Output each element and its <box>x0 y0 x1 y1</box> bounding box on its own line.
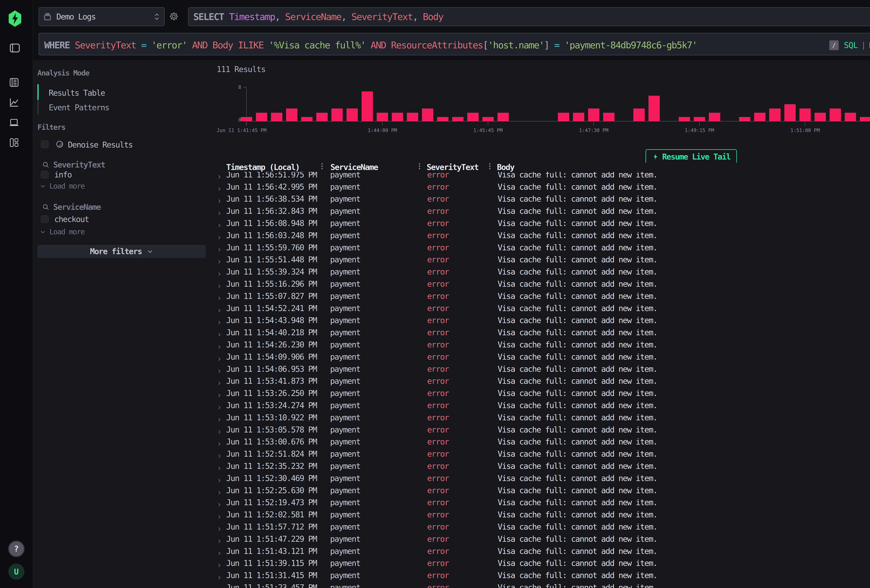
table-row[interactable]: Jun 11 1:56:38.534 PMpaymenterrorVisa ca… <box>214 193 870 205</box>
table-row[interactable]: Jun 11 1:56:08.948 PMpaymenterrorVisa ca… <box>214 217 870 229</box>
table-row[interactable]: Jun 11 1:51:47.229 PMpaymenterrorVisa ca… <box>214 533 870 545</box>
table-row[interactable]: Jun 11 1:53:26.250 PMpaymenterrorVisa ca… <box>214 387 870 399</box>
row-expand-chevron[interactable] <box>217 354 222 359</box>
row-expand-chevron[interactable] <box>217 184 222 189</box>
row-expand-chevron[interactable] <box>217 403 222 408</box>
table-row[interactable]: Jun 11 1:56:32.843 PMpaymenterrorVisa ca… <box>214 205 870 217</box>
service-load-more[interactable]: Load more <box>40 228 84 236</box>
row-expand-chevron[interactable] <box>217 342 222 347</box>
table-row[interactable]: Jun 11 1:51:23.457 PMpaymenterrorVisa ca… <box>214 581 870 588</box>
service-checkout-label[interactable]: checkout <box>54 214 89 224</box>
logs-icon[interactable] <box>10 78 18 88</box>
severity-load-more[interactable]: Load more <box>40 182 84 190</box>
table-row[interactable]: Jun 11 1:54:06.953 PMpaymenterrorVisa ca… <box>214 363 870 375</box>
col-body[interactable]: Body <box>497 163 514 172</box>
row-expand-chevron[interactable] <box>217 245 222 250</box>
hyperdx-logo[interactable] <box>9 10 21 27</box>
tab-results-table[interactable]: Results Table <box>49 88 105 98</box>
col-grip[interactable] <box>419 163 420 171</box>
row-expand-chevron[interactable] <box>217 233 222 238</box>
row-expand-chevron[interactable] <box>217 306 222 311</box>
row-expand-chevron[interactable] <box>217 561 222 566</box>
dashboard-icon[interactable] <box>10 138 18 148</box>
denoise-checkbox[interactable] <box>41 140 49 148</box>
row-expand-chevron[interactable] <box>217 500 222 505</box>
table-row[interactable]: Jun 11 1:56:03.248 PMpaymenterrorVisa ca… <box>214 229 870 241</box>
row-expand-chevron[interactable] <box>217 512 222 517</box>
row-expand-chevron[interactable] <box>217 220 222 226</box>
table-row[interactable]: Jun 11 1:51:31.415 PMpaymenterrorVisa ca… <box>214 569 870 581</box>
table-row[interactable]: Jun 11 1:55:16.296 PMpaymenterrorVisa ca… <box>214 278 870 290</box>
row-expand-chevron[interactable] <box>217 524 222 529</box>
row-expand-chevron[interactable] <box>217 427 222 432</box>
row-expand-chevron[interactable] <box>217 573 222 578</box>
col-severitytext[interactable]: SeverityText <box>427 163 478 172</box>
table-row[interactable]: Jun 11 1:52:51.824 PMpaymenterrorVisa ca… <box>214 448 870 460</box>
col-timestamp[interactable]: Timestamp (Local) <box>226 163 299 172</box>
row-expand-chevron[interactable] <box>217 172 222 177</box>
gear-icon[interactable] <box>170 12 178 20</box>
severity-info-label[interactable]: info <box>54 170 72 179</box>
denoise-label[interactable]: Denoise Results <box>68 140 133 149</box>
severity-info-checkbox[interactable] <box>41 171 49 179</box>
row-expand-chevron[interactable] <box>217 257 222 262</box>
row-expand-chevron[interactable] <box>217 476 222 481</box>
service-checkout-checkbox[interactable] <box>41 215 49 223</box>
row-expand-chevron[interactable] <box>217 463 222 469</box>
table-row[interactable]: Jun 11 1:52:19.473 PMpaymenterrorVisa ca… <box>214 497 870 509</box>
row-expand-chevron[interactable] <box>217 378 222 384</box>
avatar[interactable]: U <box>8 564 24 580</box>
table-row[interactable]: Jun 11 1:54:40.218 PMpaymenterrorVisa ca… <box>214 326 870 338</box>
row-expand-chevron[interactable] <box>217 451 222 457</box>
source-select[interactable]: Demo Logs <box>39 7 165 26</box>
row-expand-chevron[interactable] <box>217 269 222 274</box>
table-row[interactable]: Jun 11 1:52:02.581 PMpaymenterrorVisa ca… <box>214 509 870 521</box>
select-query-input[interactable]: SELECT Timestamp, ServiceName, SeverityT… <box>188 7 870 26</box>
table-row[interactable]: Jun 11 1:51:39.115 PMpaymenterrorVisa ca… <box>214 557 870 569</box>
table-row[interactable]: Jun 11 1:52:25.630 PMpaymenterrorVisa ca… <box>214 484 870 497</box>
row-expand-chevron[interactable] <box>217 488 222 493</box>
lucene-mode-toggle[interactable]: Lucene <box>869 40 870 50</box>
table-row[interactable]: Jun 11 1:54:09.906 PMpaymenterrorVisa ca… <box>214 351 870 363</box>
row-expand-chevron[interactable] <box>217 293 222 299</box>
table-row[interactable]: Jun 11 1:54:43.948 PMpaymenterrorVisa ca… <box>214 314 870 326</box>
table-row[interactable]: Jun 11 1:55:07.827 PMpaymenterrorVisa ca… <box>214 290 870 302</box>
table-row[interactable]: Jun 11 1:51:43.121 PMpaymenterrorVisa ca… <box>214 545 870 557</box>
resume-live-tail-button[interactable]: Resume Live Tail <box>645 149 737 164</box>
tab-event-patterns[interactable]: Event Patterns <box>49 103 109 112</box>
table-row[interactable]: Jun 11 1:53:00.676 PMpaymenterrorVisa ca… <box>214 436 870 448</box>
panel-left-icon[interactable] <box>10 44 20 53</box>
row-expand-chevron[interactable] <box>217 536 222 542</box>
where-query-input[interactable]: WHERE SeverityText = 'error' AND Body IL… <box>39 33 870 55</box>
table-row[interactable]: Jun 11 1:53:24.274 PMpaymenterrorVisa ca… <box>214 399 870 411</box>
results-histogram[interactable]: 80Jun 11 1:41:45 PM1:44:00 PM1:45:45 PM1… <box>214 66 870 139</box>
row-expand-chevron[interactable] <box>217 281 222 287</box>
table-row[interactable]: Jun 11 1:55:39.324 PMpaymenterrorVisa ca… <box>214 266 870 278</box>
table-row[interactable]: Jun 11 1:52:35.232 PMpaymenterrorVisa ca… <box>214 460 870 472</box>
row-expand-chevron[interactable] <box>217 390 222 396</box>
table-row[interactable]: Jun 11 1:53:10.922 PMpaymenterrorVisa ca… <box>214 411 870 424</box>
col-grip[interactable] <box>321 163 323 171</box>
row-expand-chevron[interactable] <box>217 439 222 444</box>
row-expand-chevron[interactable] <box>217 585 222 588</box>
row-expand-chevron[interactable] <box>217 415 222 420</box>
table-row[interactable]: Jun 11 1:54:26.230 PMpaymenterrorVisa ca… <box>214 338 870 351</box>
table-row[interactable]: Jun 11 1:53:05.578 PMpaymenterrorVisa ca… <box>214 424 870 436</box>
table-row[interactable]: Jun 11 1:55:59.760 PMpaymenterrorVisa ca… <box>214 241 870 254</box>
sql-mode-toggle[interactable]: SQL <box>844 40 858 50</box>
table-row[interactable]: Jun 11 1:52:30.469 PMpaymenterrorVisa ca… <box>214 472 870 484</box>
help-button[interactable]: ? <box>8 541 25 557</box>
row-expand-chevron[interactable] <box>217 208 222 214</box>
table-row[interactable]: Jun 11 1:53:41.873 PMpaymenterrorVisa ca… <box>214 375 870 387</box>
table-row[interactable]: Jun 11 1:56:42.995 PMpaymenterrorVisa ca… <box>214 181 870 193</box>
row-expand-chevron[interactable] <box>217 548 222 554</box>
row-expand-chevron[interactable] <box>217 318 222 323</box>
row-expand-chevron[interactable] <box>217 366 222 372</box>
table-row[interactable]: Jun 11 1:55:51.448 PMpaymenterrorVisa ca… <box>214 254 870 266</box>
table-row[interactable]: Jun 11 1:54:52.241 PMpaymenterrorVisa ca… <box>214 302 870 314</box>
row-expand-chevron[interactable] <box>217 196 222 201</box>
line-chart-icon[interactable] <box>10 98 18 107</box>
row-expand-chevron[interactable] <box>217 330 222 335</box>
laptop-icon[interactable] <box>10 119 18 127</box>
table-row[interactable]: Jun 11 1:51:57.712 PMpaymenterrorVisa ca… <box>214 521 870 533</box>
